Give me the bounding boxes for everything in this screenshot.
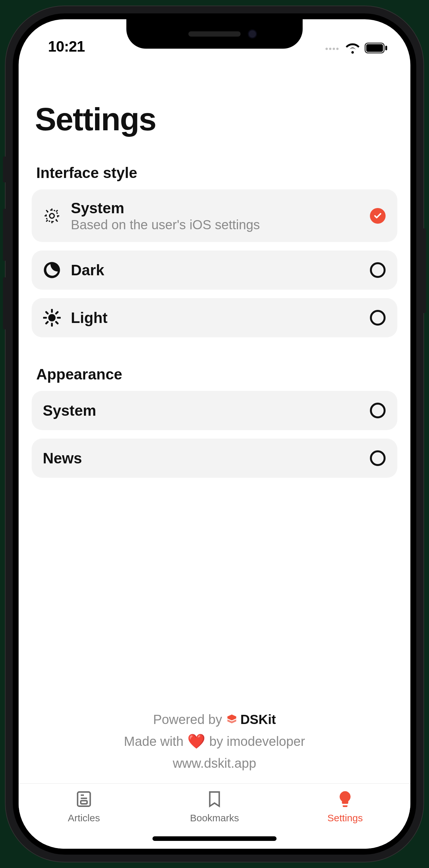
footer-made-prefix: Made with	[124, 731, 183, 752]
status-time: 10:21	[48, 37, 85, 55]
svg-point-4	[46, 210, 58, 222]
option-title: System	[43, 402, 360, 419]
tab-label: Settings	[328, 812, 363, 824]
svg-line-12	[56, 322, 58, 323]
bookmark-icon	[205, 789, 224, 810]
dskit-logo: DSKit	[226, 709, 276, 730]
tab-articles[interactable]: Articles	[19, 784, 149, 849]
option-title: Light	[71, 309, 360, 327]
option-appearance-system[interactable]: System	[32, 391, 397, 430]
option-appearance-news[interactable]: News	[32, 439, 397, 478]
svg-point-3	[50, 213, 54, 218]
footer-credits: Powered by DSKit Made with ❤️ by imodeve…	[32, 709, 397, 783]
moon-icon	[43, 261, 61, 279]
option-subtitle: Based on the user's iOS settings	[71, 217, 360, 232]
radio-unselected[interactable]	[369, 309, 386, 326]
svg-line-13	[46, 322, 48, 323]
radio-unselected[interactable]	[369, 261, 386, 279]
svg-line-11	[46, 312, 48, 313]
status-icons	[326, 42, 388, 55]
option-system[interactable]: System Based on the user's iOS settings	[32, 189, 397, 242]
tab-label: Bookmarks	[190, 812, 239, 824]
cellular-dots-icon	[326, 48, 339, 50]
wifi-icon	[345, 42, 360, 55]
radio-selected[interactable]	[369, 207, 386, 224]
svg-line-14	[56, 312, 58, 313]
heart-icon: ❤️	[187, 730, 205, 753]
tab-settings[interactable]: Settings	[280, 784, 410, 849]
footer-made-suffix: by imodeveloper	[209, 731, 305, 752]
checkmark-icon	[370, 208, 386, 224]
svg-rect-18	[81, 801, 87, 804]
svg-point-6	[48, 314, 56, 322]
option-title: System	[71, 199, 360, 217]
svg-rect-1	[366, 44, 383, 52]
device-notch	[126, 19, 303, 49]
gear-icon	[43, 207, 61, 225]
option-title: Dark	[71, 261, 360, 279]
radio-unselected[interactable]	[369, 450, 386, 467]
tab-label: Articles	[68, 812, 100, 824]
footer-url: www.dskit.app	[173, 753, 256, 774]
footer-powered-prefix: Powered by	[153, 709, 222, 730]
home-indicator[interactable]	[152, 836, 277, 841]
section-header-interface-style: Interface style	[36, 164, 397, 182]
articles-icon	[74, 789, 93, 810]
sun-icon	[43, 309, 61, 327]
battery-icon	[365, 42, 388, 55]
page-title: Settings	[35, 101, 397, 138]
section-header-appearance: Appearance	[36, 365, 397, 383]
option-title: News	[43, 450, 360, 467]
lightbulb-icon	[336, 789, 355, 810]
radio-unselected[interactable]	[369, 402, 386, 419]
svg-rect-2	[385, 46, 387, 50]
option-dark[interactable]: Dark	[32, 250, 397, 290]
option-light[interactable]: Light	[32, 298, 397, 337]
